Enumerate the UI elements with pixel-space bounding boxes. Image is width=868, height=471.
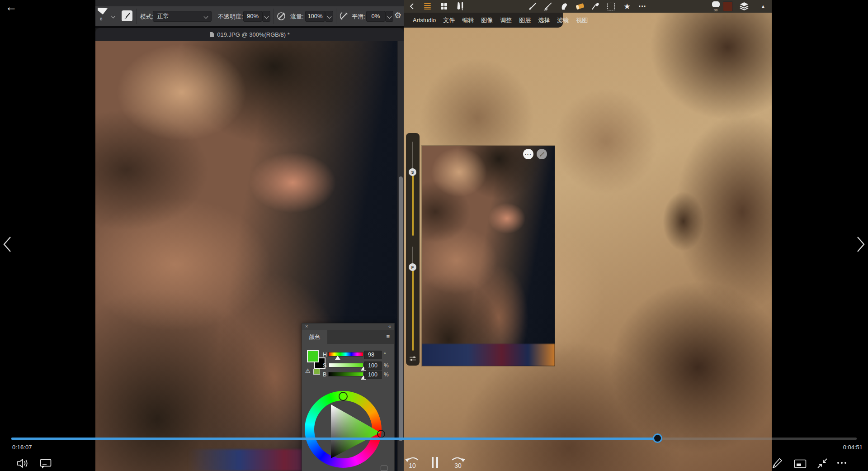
- color-panel-header[interactable]: × «: [302, 324, 394, 330]
- panel-menu-icon[interactable]: ≡: [386, 333, 390, 340]
- layers-panel-button[interactable]: [738, 0, 750, 13]
- brush-preset-chevron-icon[interactable]: [111, 14, 116, 19]
- painting-tools-button[interactable]: [454, 0, 467, 13]
- flow-value-box[interactable]: 100%: [305, 11, 325, 22]
- volume-button[interactable]: [16, 458, 30, 471]
- opacity-dropdown-button[interactable]: [262, 11, 270, 22]
- smudge-tool-button[interactable]: [558, 0, 571, 13]
- saturation-slider[interactable]: [328, 363, 363, 367]
- size-slider-fill[interactable]: [412, 172, 414, 236]
- hue-unit: °: [384, 352, 386, 358]
- smoothing-airbrush-button[interactable]: [338, 10, 349, 23]
- collapse-toolbar-button[interactable]: ▲: [757, 0, 769, 13]
- document-title-bar[interactable]: 019.JPG @ 300%(RGB/8) *: [95, 28, 404, 41]
- favorites-button[interactable]: ★: [621, 0, 633, 13]
- menu-select[interactable]: 选择: [538, 16, 550, 24]
- previous-video-button[interactable]: [2, 234, 13, 256]
- hamburger-bar: [424, 3, 431, 4]
- timeline-playhead[interactable]: [653, 433, 662, 443]
- menu-file[interactable]: 文件: [443, 16, 455, 24]
- selection-tool-button[interactable]: [604, 0, 617, 13]
- vertical-scrollbar[interactable]: [397, 41, 404, 471]
- brightness-slider[interactable]: [328, 372, 363, 376]
- pencil-icon: [771, 457, 783, 469]
- slider-settings-icon[interactable]: [409, 356, 416, 362]
- pause-bar: [432, 457, 434, 468]
- menu-edit[interactable]: 编辑: [462, 16, 474, 24]
- saturation-value-box[interactable]: 100: [364, 362, 382, 370]
- subtitles-button[interactable]: [40, 458, 52, 471]
- menu-adjust[interactable]: 调整: [500, 16, 512, 24]
- airbrush-toggle-button[interactable]: [276, 10, 287, 23]
- toolbar-back-button[interactable]: [406, 0, 418, 13]
- opacity-value-box[interactable]: 90%: [243, 11, 262, 22]
- gear-icon[interactable]: ⚙: [394, 10, 401, 20]
- wet-paint-tool-button[interactable]: [542, 0, 554, 13]
- flow-slider-handle[interactable]: F: [409, 263, 416, 271]
- brush-options-bar: 8 模式: 正常 不透明度: 90%: [95, 6, 404, 26]
- exit-fullscreen-button[interactable]: [816, 457, 828, 471]
- hue-value: 98: [368, 352, 374, 358]
- hue-value-box[interactable]: 98: [364, 351, 382, 359]
- flow-value: 100%: [307, 13, 322, 19]
- brush-preset-thumbnail[interactable]: [98, 8, 108, 14]
- menu-artstudio[interactable]: Artstudio: [413, 17, 436, 24]
- gallery-grid-button[interactable]: [438, 0, 450, 13]
- speaker-icon: [16, 458, 30, 469]
- panel-resize-icon[interactable]: [381, 466, 387, 471]
- dot: [841, 462, 843, 464]
- flow-slider-fill[interactable]: [412, 267, 414, 351]
- brightness-row: B 100 %: [302, 371, 395, 381]
- paint-tube-pencil-icon: [455, 1, 466, 11]
- chevron-down-icon: [204, 14, 208, 19]
- paint-tool-button[interactable]: [526, 0, 539, 13]
- color-tab[interactable]: 颜色: [302, 330, 327, 344]
- reference-more-button[interactable]: ···: [523, 149, 533, 159]
- floating-reference-photo[interactable]: ···: [422, 146, 555, 366]
- menu-view[interactable]: 视图: [576, 16, 588, 24]
- next-video-button[interactable]: [855, 234, 866, 256]
- menu-layer[interactable]: 图层: [519, 16, 531, 24]
- size-slider-track[interactable]: [412, 142, 413, 172]
- smoothing-value-box[interactable]: 0%: [366, 11, 385, 22]
- flow-dropdown-button[interactable]: [325, 11, 333, 22]
- annotate-button[interactable]: [771, 457, 783, 471]
- brush-preview-button[interactable]: 38: [709, 0, 722, 13]
- marquee-icon: [607, 3, 615, 10]
- pip-icon: [794, 459, 807, 469]
- hue-ring-selector[interactable]: [339, 392, 348, 401]
- timeline-progress[interactable]: [11, 438, 654, 440]
- menu-hamburger-button[interactable]: [421, 0, 434, 13]
- star-icon: ★: [623, 2, 630, 11]
- reference-transform-button[interactable]: [537, 149, 547, 159]
- more-options-button[interactable]: [837, 462, 846, 464]
- back-icon[interactable]: ←: [5, 0, 17, 14]
- smoothing-dropdown-button[interactable]: [385, 11, 393, 22]
- eyedropper-tool-button[interactable]: [589, 0, 602, 13]
- collapse-panel-icon[interactable]: «: [388, 324, 391, 329]
- artstudio-toolbar: ★ ··· 38: [404, 0, 772, 13]
- hue-slider-thumb[interactable]: [335, 356, 340, 360]
- chevron-down-icon: [264, 14, 269, 19]
- wet-brush-icon: [543, 2, 552, 11]
- picture-in-picture-button[interactable]: [794, 459, 807, 471]
- menu-filter[interactable]: 滤镜: [557, 16, 569, 24]
- rewind-10-button[interactable]: 10: [404, 455, 421, 471]
- forward-30-button[interactable]: 30: [449, 455, 467, 471]
- current-color-swatch[interactable]: [722, 0, 734, 13]
- separator: [336, 9, 336, 24]
- hue-slider[interactable]: [328, 352, 363, 357]
- close-icon[interactable]: ×: [305, 324, 308, 329]
- menu-image[interactable]: 图像: [481, 16, 493, 24]
- pause-button[interactable]: [432, 457, 439, 468]
- saturation-value: 100: [368, 362, 377, 369]
- color-wheel[interactable]: [305, 391, 382, 468]
- more-tools-button[interactable]: ···: [636, 0, 649, 13]
- mode-select[interactable]: 正常: [153, 11, 212, 22]
- triangle-selector[interactable]: [377, 430, 385, 438]
- scrollbar-thumb[interactable]: [399, 176, 403, 441]
- brightness-value-box[interactable]: 100: [364, 371, 382, 379]
- eraser-tool-button[interactable]: [574, 0, 586, 13]
- brush-tool-button[interactable]: [122, 10, 132, 21]
- size-slider-handle[interactable]: S: [409, 168, 416, 176]
